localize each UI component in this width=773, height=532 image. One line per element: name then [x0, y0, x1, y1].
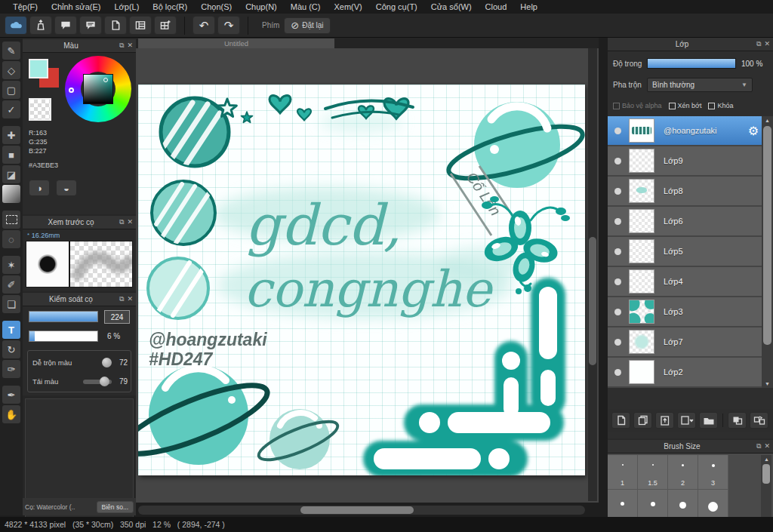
undo-icon-button[interactable]: ↶: [192, 16, 215, 35]
layer-visibility-toggle[interactable]: [614, 188, 621, 195]
hscroll-thumb[interactable]: [300, 506, 414, 514]
popout-icon[interactable]: ⧉: [119, 218, 124, 226]
layer-visibility-toggle[interactable]: [614, 278, 621, 285]
sv-indicator[interactable]: [103, 78, 108, 82]
layer-row-lop5[interactable]: Lớp5 ⚙: [608, 237, 762, 266]
color-wheel[interactable]: [65, 56, 131, 122]
close-icon[interactable]: ✕: [127, 295, 133, 303]
layer-thumbnail[interactable]: [629, 149, 654, 173]
close-icon[interactable]: ✕: [764, 442, 770, 451]
layer-thumbnail[interactable]: [629, 209, 654, 233]
hue-indicator[interactable]: [69, 88, 74, 93]
checkbox-box[interactable]: [708, 103, 715, 109]
layer-thumbnail[interactable]: [629, 360, 654, 384]
publish-icon-button[interactable]: [29, 16, 52, 35]
load-color-knob[interactable]: [100, 377, 109, 386]
tool-text-button[interactable]: T: [2, 321, 20, 339]
brush-size-cell[interactable]: 1.5: [638, 455, 668, 490]
layer-visibility-toggle[interactable]: [614, 158, 621, 165]
material-list-icon-button[interactable]: [129, 16, 152, 35]
menu-item[interactable]: Xem(V): [327, 2, 368, 11]
layer-visibility-toggle[interactable]: [614, 309, 621, 315]
transparent-color-swatch[interactable]: [29, 98, 51, 121]
blend-mode-select[interactable]: Bình thường ▼: [647, 78, 753, 92]
layer-option-checkbox[interactable]: Xén bớt: [669, 102, 702, 109]
menu-item[interactable]: Chụp(N): [239, 2, 284, 11]
popout-icon[interactable]: ⧉: [119, 295, 124, 303]
brush-size-slider[interactable]: [29, 311, 98, 322]
tool-pen-button[interactable]: ✒: [2, 386, 20, 404]
menu-item[interactable]: Chỉnh sửa(E): [45, 2, 107, 11]
tool-brush-button[interactable]: ✎: [2, 42, 20, 60]
tool-gradient-button[interactable]: [2, 185, 20, 203]
layer-visibility-toggle[interactable]: [614, 369, 621, 376]
tool-select-eraser-button[interactable]: ❏: [2, 295, 20, 313]
close-icon[interactable]: ✕: [764, 40, 770, 48]
saturation-value-square[interactable]: [83, 74, 113, 104]
brush-size-cell[interactable]: 2: [668, 455, 698, 490]
redo-icon-button[interactable]: ↷: [217, 16, 240, 35]
layer-visibility-toggle[interactable]: [614, 248, 621, 255]
menu-item[interactable]: Công cụ(T): [369, 2, 424, 11]
brush-size-cell[interactable]: 3: [698, 455, 728, 490]
menu-item[interactable]: Cloud: [479, 2, 514, 11]
close-icon[interactable]: ✕: [127, 42, 133, 50]
layer-option-checkbox[interactable]: Khóa: [708, 102, 733, 109]
tool-fill-rect-button[interactable]: ■: [2, 146, 20, 164]
layer-row-hoangzutaki[interactable]: @hoangzutaki ⚙: [608, 116, 762, 145]
layer-move-button[interactable]: [677, 412, 696, 429]
tool-hand-button[interactable]: ✋: [2, 405, 20, 423]
checkbox-box[interactable]: [669, 103, 676, 109]
document-icon-button[interactable]: [104, 16, 127, 35]
gear-icon[interactable]: ⚙: [748, 124, 759, 138]
tool-select-button[interactable]: [2, 211, 20, 229]
layer-option-checkbox[interactable]: Bảo vệ alpha: [613, 102, 662, 109]
merge-layer-button[interactable]: [728, 412, 747, 429]
popout-icon[interactable]: ⧉: [756, 40, 761, 48]
brush-size-scroll-thumb[interactable]: [762, 464, 770, 484]
layer-thumbnail[interactable]: [629, 269, 654, 294]
close-icon[interactable]: ✕: [127, 218, 133, 226]
palette-swap-icon-button[interactable]: ◒: [56, 180, 77, 196]
layer-row-lop4[interactable]: Lớp4 ⚙: [608, 267, 762, 296]
foreground-color-swatch[interactable]: [29, 59, 48, 78]
layer-list-scrollbar[interactable]: ▲ ▼: [762, 116, 773, 388]
tool-operate-button[interactable]: ↻: [2, 340, 20, 358]
grid-icon-button[interactable]: [154, 16, 177, 35]
tool-marker-button[interactable]: ✑: [2, 360, 20, 378]
opacity-slider[interactable]: [647, 58, 736, 69]
palette-icon-button[interactable]: ◑: [29, 180, 50, 196]
layer-row-lop3[interactable]: Lớp3 ⚙: [608, 297, 762, 326]
layer-row-lop8[interactable]: Lớp8 ⚙: [608, 177, 762, 205]
brush-size-value[interactable]: 224: [104, 310, 130, 324]
comment-icon-button[interactable]: [54, 16, 77, 35]
layer-scroll-thumb[interactable]: [763, 126, 771, 345]
popout-icon[interactable]: ⧉: [756, 442, 761, 451]
menu-item[interactable]: Bộ lọc(R): [146, 2, 194, 11]
comment-text-icon-button[interactable]: [79, 16, 102, 35]
layer-thumbnail[interactable]: [629, 179, 654, 203]
edit-brush-button[interactable]: Biên so...: [97, 501, 134, 513]
canvas-horizontal-scrollbar[interactable]: [138, 506, 585, 515]
tool-lasso-button[interactable]: ◌: [2, 230, 20, 248]
tool-bucket-button[interactable]: ◪: [2, 165, 20, 183]
brush-size-scrollbar[interactable]: ▲ ▼: [761, 455, 771, 523]
menu-item[interactable]: Lớp(L): [107, 2, 146, 11]
layer-visibility-toggle[interactable]: [614, 128, 621, 134]
layer-thumbnail[interactable]: [629, 239, 654, 263]
layer-row-lop6[interactable]: Lớp6 ⚙: [608, 207, 762, 235]
menu-item[interactable]: Cửa sổ(W): [424, 2, 479, 11]
layer-row-lop9[interactable]: Lớp9 ⚙: [608, 146, 762, 175]
layer-thumbnail[interactable]: [629, 330, 654, 354]
tool-move-button[interactable]: ✚: [2, 126, 20, 144]
duplicate-layer-button[interactable]: [633, 412, 652, 429]
popout-icon[interactable]: ⧉: [119, 42, 124, 50]
checkbox-box[interactable]: [613, 103, 620, 109]
canvas-vertical-scrollbar[interactable]: [588, 48, 597, 501]
tool-select-pen-button[interactable]: ✐: [2, 275, 20, 294]
menu-item[interactable]: Help: [513, 2, 544, 11]
scroll-up-icon[interactable]: ▲: [762, 116, 773, 125]
load-color-slider[interactable]: [83, 380, 112, 384]
tool-magic-wand-button[interactable]: ✶: [2, 256, 20, 274]
menu-item[interactable]: Tệp(F): [6, 2, 45, 11]
